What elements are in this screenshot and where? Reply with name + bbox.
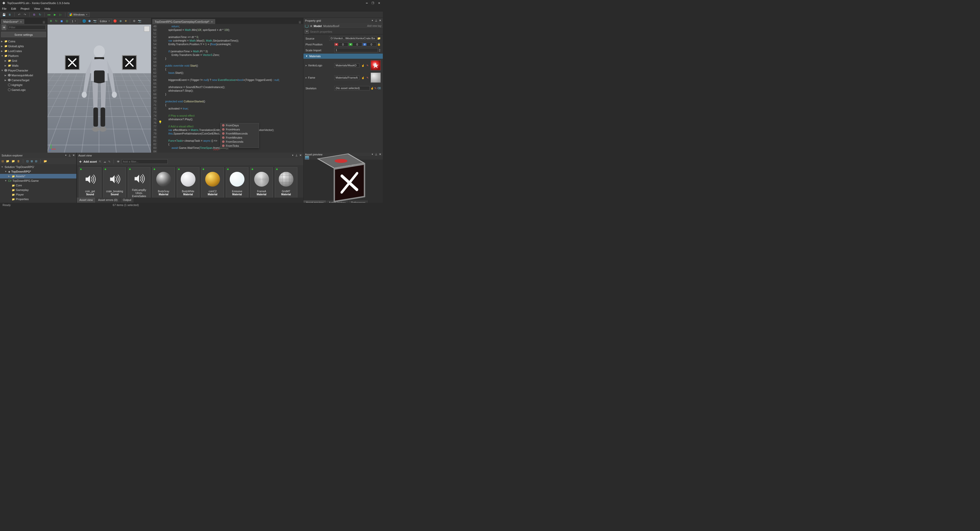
scale-input[interactable]: 1: [334, 48, 378, 52]
crate-object[interactable]: [65, 55, 80, 70]
tree-item-loot[interactable]: ▶📁LootCrates: [0, 48, 47, 53]
hand-icon[interactable]: ☝: [361, 77, 364, 79]
camera2-icon[interactable]: 📷: [137, 19, 142, 24]
intel-item[interactable]: FromMinutes: [221, 136, 259, 140]
lightbulb-icon[interactable]: 💡: [159, 121, 162, 124]
cloud-icon[interactable]: ☁: [103, 160, 106, 163]
platform-selector[interactable]: Windows ▼: [68, 12, 89, 17]
light-icon[interactable]: ☀: [124, 19, 128, 24]
edit-icon[interactable]: ✎: [374, 87, 376, 89]
add-asset-button[interactable]: ＋Add asset: [78, 159, 97, 164]
undo-icon[interactable]: ↶: [17, 13, 21, 17]
sol-root[interactable]: ▼Solution 'TopDownRPG': [0, 165, 76, 169]
source-input[interactable]: D:\Xenko\...\Models\XenkoCrate.fbx: [329, 36, 376, 41]
redo-icon[interactable]: ↷: [23, 13, 27, 17]
tree-item-platform[interactable]: ▼📁Platform: [0, 53, 47, 58]
asset-card[interactable]: GridMTMaterial: [275, 167, 298, 198]
sol-properties[interactable]: 📁Properties: [0, 197, 76, 201]
code-tab[interactable]: TopDownRPG.Game/Gameplay/CoinScript*✕: [152, 19, 215, 24]
scene-settings-button[interactable]: Scene settings: [1, 32, 46, 37]
rotate-gizmo-icon[interactable]: ↻: [54, 19, 59, 24]
menu-project[interactable]: Project: [21, 7, 29, 10]
close-icon[interactable]: ✕: [379, 153, 381, 156]
dropdown-icon[interactable]: ▼: [65, 154, 67, 156]
sol-player[interactable]: 📁Player: [0, 192, 76, 197]
close-icon[interactable]: ✕: [299, 154, 302, 157]
cube-icon[interactable]: ⬢: [87, 19, 92, 24]
hand-icon[interactable]: ☝: [371, 87, 374, 89]
close-icon[interactable]: ✕: [73, 154, 75, 157]
shading-icon[interactable]: 🔴: [113, 19, 118, 24]
edit-icon[interactable]: ✎: [366, 64, 369, 67]
asset-card[interactable]: FrameAMaterial: [250, 167, 273, 198]
close-button[interactable]: ✕: [377, 1, 381, 5]
gear-icon[interactable]: ⚙: [132, 19, 137, 24]
save-icon[interactable]: 💾: [2, 13, 6, 17]
tree-item-coins[interactable]: ▶📁Coins: [0, 39, 47, 44]
import-icon[interactable]: ⇱: [99, 160, 101, 163]
eye-icon[interactable]: 👁: [117, 160, 120, 163]
tree-item-highlight[interactable]: Highlight: [0, 83, 47, 87]
material-preview[interactable]: [371, 60, 381, 70]
tree-item-camera[interactable]: ▶CameraTarget: [0, 78, 47, 83]
minimize-button[interactable]: ━: [365, 1, 369, 5]
tree-item-grid[interactable]: ▶📁Grid: [0, 58, 47, 63]
tree-item-player[interactable]: ▼PlayerCharacter: [0, 68, 47, 73]
panel-menu-icon[interactable]: ☰: [41, 21, 46, 24]
vs-icon[interactable]: ⧉: [32, 13, 36, 17]
wireframe-icon[interactable]: ⊕: [118, 19, 123, 24]
play-icon[interactable]: ▶: [53, 13, 57, 17]
collapse-icon[interactable]: ⊟: [2, 159, 4, 163]
skeleton-input[interactable]: (No asset selected): [334, 86, 370, 90]
browse-icon[interactable]: 📁: [377, 37, 381, 40]
tree-item-gamelogic[interactable]: GameLogic: [0, 87, 47, 92]
pin-icon[interactable]: ⊥: [375, 19, 377, 22]
refresh-icon[interactable]: [305, 24, 309, 28]
add-entity-button[interactable]: ＋: [2, 24, 6, 30]
camera-icon[interactable]: 📷: [93, 19, 97, 24]
intellisense-popup[interactable]: FromDays FromHours FromMilliseconds From…: [220, 123, 259, 148]
play-alt-icon[interactable]: ▷: [59, 13, 62, 17]
sol-game-project[interactable]: ▼C#TopDownRPG.Game: [0, 179, 76, 183]
asset-card[interactable]: EmissiveMaterial: [226, 167, 248, 198]
asset-card[interactable]: FishLampBy Ulrick-EvensSaliesSound: [128, 167, 150, 198]
code-editor[interactable]: 49 50 51 52 53 54 55 56 57 58 59 60 61 6…: [151, 24, 303, 153]
world-icon[interactable]: 🌐: [82, 19, 86, 24]
menu-help[interactable]: Help: [45, 7, 51, 10]
viewcube-icon[interactable]: [144, 26, 150, 32]
scale-gizmo-icon[interactable]: ◼: [59, 19, 64, 24]
hand-icon[interactable]: ☝: [361, 64, 364, 67]
edit-icon[interactable]: ✎: [108, 160, 110, 163]
intel-item[interactable]: FromDays: [221, 123, 259, 128]
close-icon[interactable]: ✕: [379, 19, 381, 22]
snap-icon[interactable]: ⊡: [65, 19, 69, 24]
graph3-icon[interactable]: ⊟: [35, 159, 37, 163]
live-play-icon[interactable]: ▸▸: [47, 13, 51, 17]
tree-item-lights[interactable]: ▶📁GlobalLights: [0, 44, 47, 48]
mannequin-object[interactable]: [80, 42, 118, 137]
save-all-icon[interactable]: 🗎: [8, 13, 12, 17]
asset-filter-input[interactable]: [122, 159, 168, 164]
pin-icon[interactable]: ⊥: [295, 154, 298, 157]
menu-edit[interactable]: Edit: [11, 7, 16, 10]
search-options-icon[interactable]: ⊞: [305, 30, 309, 33]
intel-item[interactable]: FromMilliseconds: [221, 131, 259, 136]
asset-card[interactable]: BodyWhiteMaterial: [177, 167, 199, 198]
crate-object[interactable]: [122, 55, 137, 70]
preview-viewport[interactable]: [304, 159, 383, 200]
stepper-icon[interactable]: ▲▼: [379, 48, 381, 52]
asset-card[interactable]: BodyGrayMaterial: [152, 167, 175, 198]
edit-icon[interactable]: ✎: [366, 77, 369, 79]
intel-item[interactable]: FromSeconds: [221, 140, 259, 144]
new-folder-icon[interactable]: 📁: [11, 159, 15, 163]
clear-icon[interactable]: ⌫: [377, 87, 381, 89]
dropdown-icon[interactable]: ▼: [292, 154, 294, 156]
preview-mode-icon[interactable]: [305, 156, 309, 159]
pin-icon[interactable]: ⊥: [68, 154, 71, 157]
tab-asset-errors[interactable]: Asset errors (0): [96, 198, 121, 203]
property-search-input[interactable]: [310, 30, 381, 33]
open-folder-icon[interactable]: 📂: [44, 159, 47, 163]
materials-section[interactable]: ▼Materials: [304, 54, 383, 59]
scene-tab[interactable]: MainScene*✕: [1, 19, 24, 24]
tab-output[interactable]: Output: [120, 198, 134, 203]
